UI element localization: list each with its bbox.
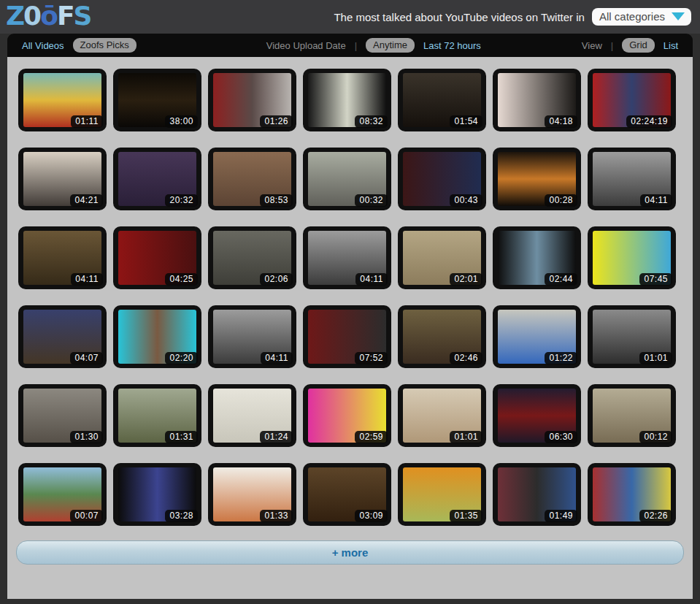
video-thumbnail-cartoon-fruit-faces[interactable]: 01:35	[398, 463, 486, 526]
video-thumbnail-soldiers-wall[interactable]: 02:01	[398, 226, 486, 289]
video-grid: 01:1138:0001:2608:3201:5404:1802:24:1904…	[7, 57, 693, 526]
duration-badge: 04:11	[261, 352, 293, 364]
view-grid-button[interactable]: Grid	[622, 38, 655, 53]
video-thumbnail-enquiries-sign-dancers[interactable]: 00:12	[588, 384, 676, 447]
duration-badge: 01:01	[639, 352, 672, 364]
video-thumbnail-expo-booth[interactable]: 01:30	[18, 384, 107, 447]
video-thumbnail-mattress-commercial[interactable]: 01:01	[398, 384, 486, 447]
video-thumbnail-press-speech-stage[interactable]: 38:00	[113, 69, 201, 131]
video-thumbnail-cat-mourning[interactable]: 04:11	[208, 305, 296, 368]
video-thumbnail-truck-interior-doorway[interactable]: 02:44	[493, 226, 581, 289]
video-thumbnail-paint-splatter[interactable]: 01:33	[208, 463, 296, 526]
duration-badge: 06:30	[545, 431, 577, 443]
video-thumbnail-simpsons-cartoon[interactable]: 01:11	[18, 69, 107, 131]
logo-letter: Z	[6, 1, 23, 31]
video-thumbnail-night-crash-scene[interactable]: 00:43	[398, 148, 486, 210]
video-thumbnail-night-street-lights[interactable]: 00:28	[493, 148, 581, 210]
duration-badge: 01:54	[450, 115, 482, 128]
main-card: All Videos Zoofs Picks Video Upload Date…	[7, 34, 693, 599]
video-thumbnail-tablet-in-hand[interactable]: 08:32	[303, 69, 391, 131]
video-thumbnail-pole-vault[interactable]: 00:07	[18, 463, 107, 526]
nav-left-group: All Videos Zoofs Picks	[22, 38, 136, 53]
video-thumbnail-cat-mourning[interactable]: 04:11	[588, 148, 676, 210]
video-thumbnail-truck-overhead[interactable]: 02:06	[208, 226, 296, 289]
duration-badge: 04:18	[545, 115, 577, 128]
video-thumbnail-tv-interview[interactable]: 07:52	[303, 305, 391, 368]
video-thumbnail-band-in-studio[interactable]: 04:07	[18, 305, 107, 368]
duration-badge: 08:32	[355, 115, 388, 128]
content-area: 01:1138:0001:2608:3201:5404:1802:24:1904…	[7, 57, 693, 599]
duration-badge: 00:07	[70, 510, 103, 522]
duration-badge: 02:26	[639, 510, 672, 522]
video-thumbnail-pink-pop-video[interactable]: 02:59	[303, 384, 391, 447]
duration-badge: 04:25	[165, 273, 198, 286]
filter-anytime[interactable]: Anytime	[366, 38, 415, 53]
zoofs-logo[interactable]: Z0ōFS	[6, 3, 91, 29]
video-thumbnail-red-news-studio[interactable]: 04:25	[113, 226, 201, 289]
site-header: Z0ōFS The most talked about YouTube vide…	[0, 0, 700, 34]
video-thumbnail-boxer-closeup[interactable]: 08:53	[208, 148, 296, 210]
video-thumbnail-teen-star-rays[interactable]: 02:20	[113, 305, 201, 368]
video-thumbnail-market-scene[interactable]: 04:11	[18, 226, 107, 289]
video-thumbnail-flashmob-overhead[interactable]: 03:09	[303, 463, 391, 526]
video-thumbnail-text-card-ad[interactable]: 01:24	[208, 384, 296, 447]
video-thumbnail-guitar-webcam[interactable]: 03:28	[113, 463, 201, 526]
upload-date-filter-group: Video Upload Date | Anytime Last 72 hour…	[266, 38, 481, 53]
tab-zoofs-picks[interactable]: Zoofs Picks	[73, 38, 136, 53]
duration-badge: 03:09	[355, 510, 388, 522]
duration-badge: 02:46	[450, 352, 482, 364]
video-thumbnail-purple-stage-talk[interactable]: 20:32	[113, 148, 201, 210]
duration-badge: 07:45	[639, 273, 672, 286]
duration-badge: 04:11	[355, 273, 388, 286]
video-thumbnail-yellow-vlog-duo[interactable]: 07:45	[588, 226, 676, 289]
view-switch-group: View | Grid List	[582, 38, 678, 53]
duration-badge: 38:00	[165, 115, 198, 128]
duration-badge: 04:11	[71, 273, 103, 286]
view-label: View	[582, 40, 602, 51]
video-thumbnail-conference-stage[interactable]: 06:30	[493, 384, 581, 447]
divider: |	[611, 40, 613, 51]
duration-badge: 08:53	[260, 194, 293, 207]
duration-badge: 00:28	[545, 194, 577, 207]
tab-all-videos[interactable]: All Videos	[22, 40, 64, 51]
duration-badge: 02:20	[165, 352, 198, 364]
video-thumbnail-car-in-field[interactable]: 01:31	[113, 384, 201, 447]
duration-badge: 02:06	[260, 273, 293, 286]
duration-badge: 00:32	[355, 194, 388, 207]
duration-badge: 04:07	[70, 352, 103, 364]
chevron-down-icon	[672, 12, 685, 20]
duration-badge: 02:24:19	[626, 115, 672, 128]
duration-badge: 01:24	[260, 431, 293, 443]
site-tagline: The most talked about YouTube videos on …	[334, 11, 585, 23]
duration-badge: 01:31	[165, 431, 198, 443]
video-thumbnail-baby-crawl-race[interactable]: 02:26	[588, 463, 676, 526]
video-thumbnail-robot-with-ball[interactable]: 01:22	[493, 305, 581, 368]
duration-badge: 04:21	[70, 194, 103, 207]
logo-letter: 0	[23, 1, 40, 31]
duration-badge: 03:28	[165, 510, 198, 522]
view-list-button[interactable]: List	[664, 40, 678, 51]
filter-last-72-hours[interactable]: Last 72 hours	[423, 40, 481, 51]
duration-badge: 01:11	[71, 115, 103, 128]
video-thumbnail-screaming-webcam-duo[interactable]: 02:46	[398, 305, 486, 368]
duration-badge: 20:32	[165, 194, 198, 207]
filter-navbar: All Videos Zoofs Picks Video Upload Date…	[7, 34, 693, 57]
duration-badge: 00:43	[450, 194, 482, 207]
video-thumbnail-girl-at-piano[interactable]: 04:18	[493, 69, 581, 131]
video-thumbnail-cat-mourning[interactable]: 04:11	[303, 226, 391, 289]
video-thumbnail-record-store[interactable]: 01:54	[398, 69, 486, 131]
duration-badge: 01:22	[545, 352, 577, 364]
duration-badge: 00:12	[639, 431, 672, 443]
divider: |	[355, 40, 357, 51]
video-thumbnail-gray-portrait[interactable]: 01:01	[588, 305, 676, 368]
category-dropdown[interactable]: All categories	[592, 8, 691, 26]
video-thumbnail-official-interview-flag[interactable]: 01:49	[493, 463, 581, 526]
header-right: The most talked about YouTube videos on …	[334, 8, 691, 26]
video-thumbnail-teen-duet[interactable]: 04:21	[18, 148, 107, 210]
video-thumbnail-red-blue-poster[interactable]: 02:24:19	[588, 69, 676, 131]
duration-badge: 01:33	[260, 510, 293, 522]
duration-badge: 02:01	[450, 273, 482, 286]
load-more-button[interactable]: + more	[16, 540, 684, 565]
video-thumbnail-pop-stars-split[interactable]: 01:26	[208, 69, 296, 131]
video-thumbnail-street-crowd[interactable]: 00:32	[303, 148, 391, 210]
